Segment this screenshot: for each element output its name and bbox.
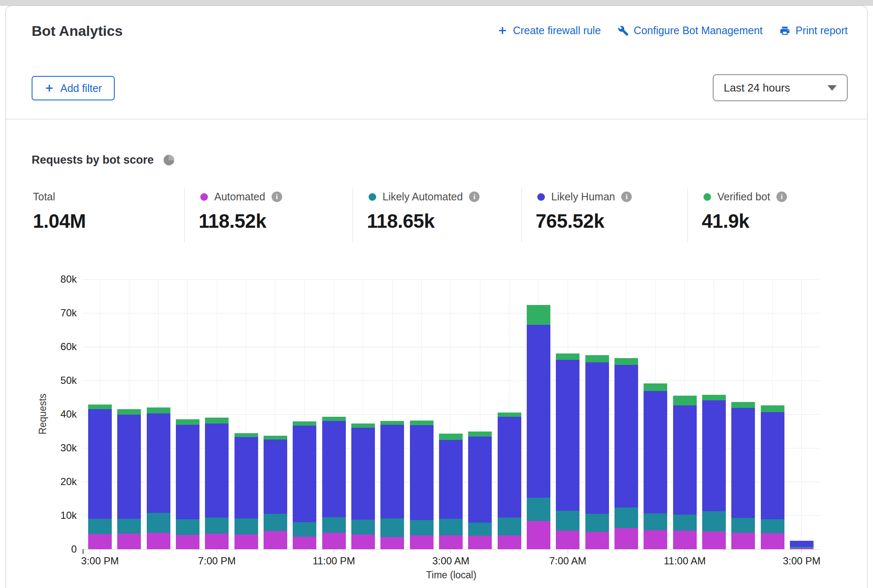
bar-segment-automated[interactable] [380,537,404,549]
bar-segment-likely-human[interactable] [761,412,784,519]
bar-segment-automated[interactable] [673,531,697,549]
bar-segment-likely-automated[interactable] [614,507,638,528]
bar-segment-likely-human[interactable] [234,437,258,519]
bar-segment-likely-human[interactable] [205,423,229,517]
bar-segment-automated[interactable] [147,533,170,549]
bar-segment-verified-bot[interactable] [205,418,229,423]
bar-segment-likely-human[interactable] [264,440,287,514]
bar-segment-verified-bot[interactable] [380,421,404,425]
bar-segment-verified-bot[interactable] [556,353,579,360]
bar-segment-likely-automated[interactable] [264,514,287,531]
bar-segment-likely-human[interactable] [117,415,141,519]
bar-segment-likely-human[interactable] [644,391,667,513]
bar-segment-automated[interactable] [322,533,346,549]
bar-segment-likely-human[interactable] [439,440,463,519]
bar-segment-automated[interactable] [264,531,287,549]
bar-segment-automated[interactable] [410,535,434,549]
bar-segment-verified-bot[interactable] [527,305,550,325]
bar-segment-likely-human[interactable] [293,426,316,522]
bar-segment-likely-automated[interactable] [498,518,521,535]
bar-segment-likely-automated[interactable] [556,511,579,531]
bar-segment-verified-bot[interactable] [644,383,667,391]
bar-segment-likely-human[interactable] [585,362,609,514]
bar-segment-likely-human[interactable] [702,400,726,511]
bar-segment-verified-bot[interactable] [439,434,463,440]
y-axis-tick-label: 80k [44,273,77,285]
bar-segment-automated[interactable] [702,531,726,549]
bar-segment-automated[interactable] [117,534,141,549]
bar-segment-likely-automated[interactable] [644,513,667,530]
bar-segment-likely-automated[interactable] [790,547,814,548]
bar-segment-likely-automated[interactable] [117,519,141,534]
bar-segment-verified-bot[interactable] [585,355,609,362]
bar-segment-likely-automated[interactable] [147,513,170,532]
bar-segment-automated[interactable] [439,535,463,549]
bar-segment-likely-human[interactable] [614,365,638,507]
bar-segment-likely-human[interactable] [468,437,492,523]
bar-segment-likely-automated[interactable] [702,511,726,531]
bar-segment-automated[interactable] [88,534,112,549]
x-axis-tick-label: 3:00 AM [413,555,489,567]
bar-segment-verified-bot[interactable] [88,405,112,409]
bar-segment-automated[interactable] [644,530,667,549]
bar-segment-likely-human[interactable] [147,413,170,513]
bar-segment-likely-automated[interactable] [731,518,755,533]
bar-segment-likely-human[interactable] [410,425,434,521]
bar-segment-likely-human[interactable] [322,421,346,517]
bar-segment-likely-automated[interactable] [380,518,404,537]
bar-segment-likely-automated[interactable] [673,515,697,531]
bar-segment-verified-bot[interactable] [761,405,784,412]
bar-segment-likely-human[interactable] [380,425,404,518]
bar-segment-verified-bot[interactable] [498,413,521,417]
bar-segment-verified-bot[interactable] [264,436,287,440]
bar-segment-likely-automated[interactable] [176,519,199,535]
bar-segment-likely-automated[interactable] [761,519,784,533]
bar-segment-automated[interactable] [176,535,199,549]
bar-segment-verified-bot[interactable] [234,433,258,437]
bar-segment-verified-bot[interactable] [673,396,697,405]
bar-segment-verified-bot[interactable] [176,419,199,425]
bar-segment-likely-automated[interactable] [585,514,609,532]
bar-segment-automated[interactable] [468,536,492,549]
bar-segment-automated[interactable] [498,535,521,549]
bar-segment-likely-human[interactable] [351,428,375,520]
bar-segment-likely-human[interactable] [556,360,579,511]
bar-segment-verified-bot[interactable] [702,395,726,401]
bar-segment-verified-bot[interactable] [614,358,638,365]
bar-segment-likely-human[interactable] [790,541,814,547]
bar-segment-likely-human[interactable] [673,405,697,515]
bar-segment-automated[interactable] [293,537,316,549]
bar-segment-automated[interactable] [205,534,229,549]
bar-segment-verified-bot[interactable] [410,421,434,425]
bar-segment-likely-human[interactable] [731,408,755,518]
bar-segment-verified-bot[interactable] [468,432,492,437]
bar-segment-likely-automated[interactable] [322,517,346,533]
bar-segment-likely-human[interactable] [88,409,112,519]
bar-segment-verified-bot[interactable] [117,409,141,415]
bar-segment-likely-automated[interactable] [234,518,258,534]
bar-segment-automated[interactable] [585,532,609,549]
bar-segment-likely-automated[interactable] [88,519,112,534]
bar-segment-likely-automated[interactable] [527,498,550,521]
bar-segment-verified-bot[interactable] [293,421,316,426]
bar-segment-likely-automated[interactable] [293,522,316,537]
bar-segment-automated[interactable] [731,533,755,549]
bar-segment-automated[interactable] [761,533,784,549]
bar-segment-verified-bot[interactable] [322,417,346,421]
bar-segment-automated[interactable] [527,521,550,549]
bar-segment-likely-human[interactable] [176,425,199,519]
bar-segment-likely-automated[interactable] [351,520,375,534]
bar-segment-verified-bot[interactable] [731,402,755,408]
bar-segment-verified-bot[interactable] [147,407,170,413]
bar-segment-likely-human[interactable] [527,325,550,498]
bar-segment-likely-automated[interactable] [205,518,229,534]
bar-segment-automated[interactable] [234,534,258,549]
bar-segment-likely-human[interactable] [498,417,521,518]
bar-segment-verified-bot[interactable] [351,423,375,428]
bar-segment-likely-automated[interactable] [410,520,434,535]
bar-segment-automated[interactable] [614,528,638,549]
bar-segment-automated[interactable] [556,531,579,549]
bar-segment-automated[interactable] [351,534,375,549]
bar-segment-likely-automated[interactable] [468,523,492,536]
bar-segment-likely-automated[interactable] [439,519,463,535]
